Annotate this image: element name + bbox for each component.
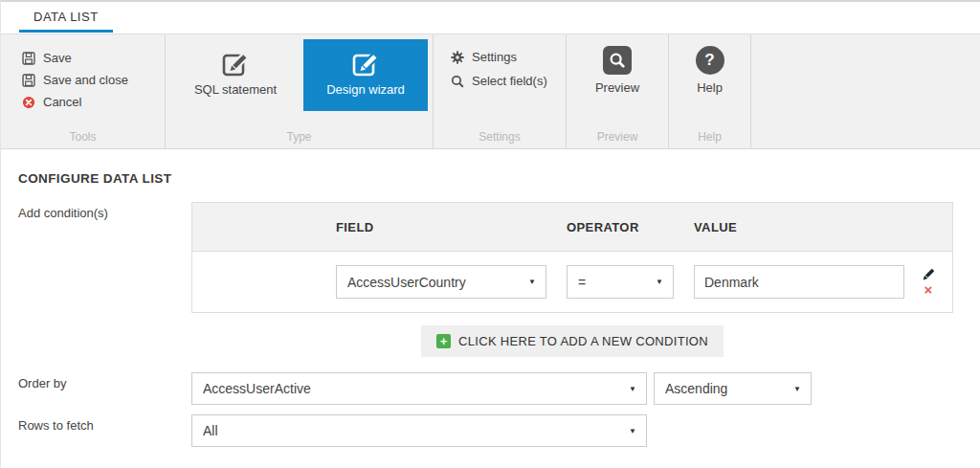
delete-condition-icon[interactable]: × bbox=[924, 283, 933, 297]
ribbon-group-tools: Save Save and close Cancel Tools bbox=[1, 34, 166, 148]
chevron-down-icon: ▼ bbox=[528, 278, 536, 286]
page-title: CONFIGURE DATA LIST bbox=[18, 171, 980, 186]
condition-field-value: AccessUserCountry bbox=[347, 275, 523, 290]
ribbon-toolbar: Save Save and close Cancel Tools bbox=[1, 34, 980, 149]
conditions-table: FIELD OPERATOR VALUE AccessUserCountry ▼… bbox=[191, 202, 953, 313]
column-header-value: VALUE bbox=[694, 220, 904, 234]
tab-bar: DATA LIST bbox=[1, 2, 980, 34]
save-and-close-label: Save and close bbox=[43, 73, 128, 87]
group-label-type: Type bbox=[166, 130, 433, 144]
conditions-table-header: FIELD OPERATOR VALUE bbox=[192, 203, 952, 252]
condition-value-input[interactable] bbox=[694, 265, 904, 299]
chevron-down-icon: ▼ bbox=[629, 427, 636, 435]
chevron-down-icon: ▼ bbox=[656, 278, 663, 286]
condition-operator-value: = bbox=[578, 275, 650, 290]
sql-statement-label: SQL statement bbox=[194, 82, 277, 97]
preview-magnifier-icon bbox=[603, 46, 632, 75]
cancel-button[interactable]: Cancel bbox=[22, 91, 165, 113]
chevron-down-icon: ▼ bbox=[793, 385, 801, 393]
order-by-field-select[interactable]: AccessUserActive ▼ bbox=[191, 372, 647, 405]
condition-field-select[interactable]: AccessUserCountry ▼ bbox=[336, 265, 546, 299]
configure-data-list-panel: CONFIGURE DATA LIST Add condition(s) FIE… bbox=[1, 171, 980, 447]
help-button[interactable]: ? Help bbox=[669, 34, 750, 95]
sql-statement-button[interactable]: SQL statement bbox=[173, 39, 298, 111]
conditions-section: Add condition(s) FIELD OPERATOR VALUE Ac… bbox=[1, 202, 980, 313]
group-label-preview: Preview bbox=[567, 130, 668, 144]
order-by-label: Order by bbox=[1, 372, 191, 405]
help-label: Help bbox=[697, 80, 723, 95]
group-label-settings: Settings bbox=[434, 130, 566, 144]
ribbon-filler bbox=[751, 34, 980, 148]
plus-icon: + bbox=[436, 334, 451, 348]
design-wizard-label: Design wizard bbox=[326, 82, 405, 97]
column-header-field: FIELD bbox=[336, 220, 567, 234]
search-icon bbox=[451, 75, 464, 88]
ribbon-group-preview: Preview Preview bbox=[567, 34, 669, 148]
condition-row-actions: × bbox=[904, 267, 952, 297]
select-fields-label: Select field(s) bbox=[472, 74, 547, 88]
settings-button[interactable]: Settings bbox=[451, 45, 566, 69]
order-by-field-value: AccessUserActive bbox=[203, 381, 623, 396]
save-and-close-button[interactable]: Save and close bbox=[22, 69, 165, 91]
settings-label: Settings bbox=[472, 50, 517, 64]
chevron-down-icon: ▼ bbox=[629, 385, 636, 393]
edit-pencil-icon bbox=[220, 47, 251, 78]
cancel-label: Cancel bbox=[43, 95, 81, 109]
edit-pencil-icon bbox=[350, 47, 381, 78]
ribbon-group-settings: Settings Select field(s) Settings bbox=[434, 34, 567, 148]
order-direction-value: Ascending bbox=[665, 381, 788, 396]
help-question-icon: ? bbox=[696, 46, 724, 75]
tab-data-list[interactable]: DATA LIST bbox=[19, 2, 113, 33]
add-condition-button-label: CLICK HERE TO ADD A NEW CONDITION bbox=[458, 334, 708, 348]
gear-icon bbox=[451, 51, 464, 64]
rows-to-fetch-label: Rows to fetch bbox=[1, 414, 191, 447]
add-conditions-label: Add condition(s) bbox=[1, 202, 191, 313]
ribbon-group-type: SQL statement Design wizard Type bbox=[166, 34, 434, 148]
select-fields-button[interactable]: Select field(s) bbox=[451, 69, 566, 93]
group-label-tools: Tools bbox=[1, 130, 165, 144]
rows-to-fetch-value: All bbox=[203, 423, 623, 438]
add-condition-button[interactable]: + CLICK HERE TO ADD A NEW CONDITION bbox=[421, 325, 724, 357]
group-label-help: Help bbox=[669, 130, 750, 144]
condition-operator-select[interactable]: = ▼ bbox=[567, 265, 674, 299]
cancel-icon bbox=[22, 96, 35, 109]
column-header-operator: OPERATOR bbox=[567, 220, 694, 234]
rows-to-fetch-section: Rows to fetch All ▼ bbox=[1, 414, 980, 447]
preview-label: Preview bbox=[595, 80, 639, 95]
add-condition-row: + CLICK HERE TO ADD A NEW CONDITION bbox=[191, 325, 953, 357]
rows-to-fetch-select[interactable]: All ▼ bbox=[191, 414, 647, 447]
preview-button[interactable]: Preview bbox=[567, 34, 668, 95]
save-icon bbox=[22, 74, 35, 87]
design-wizard-button[interactable]: Design wizard bbox=[303, 39, 428, 111]
ribbon-group-help: ? Help Help bbox=[669, 34, 751, 148]
order-by-section: Order by AccessUserActive ▼ Ascending ▼ bbox=[1, 372, 980, 405]
order-direction-select[interactable]: Ascending ▼ bbox=[654, 372, 812, 405]
condition-row: AccessUserCountry ▼ = ▼ bbox=[192, 252, 952, 312]
save-label: Save bbox=[43, 51, 72, 65]
edit-condition-pencil-icon[interactable] bbox=[921, 267, 936, 282]
save-icon bbox=[22, 52, 35, 65]
save-button[interactable]: Save bbox=[22, 47, 165, 69]
